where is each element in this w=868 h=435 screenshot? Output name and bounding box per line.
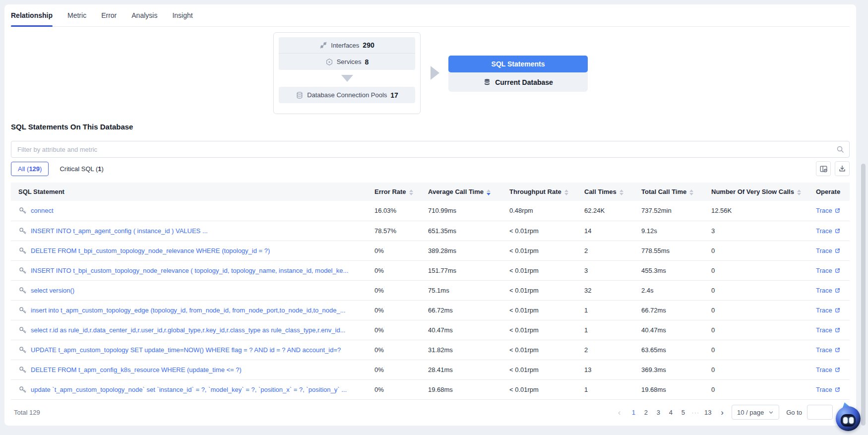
sql-statement-cell: update `t_apm_custom_topology_node` set …: [11, 379, 374, 399]
sort-icon[interactable]: [797, 189, 801, 195]
col-call-times[interactable]: Call Times: [584, 183, 641, 201]
error-rate-cell: 0%: [374, 280, 428, 300]
sort-icon[interactable]: [564, 189, 568, 195]
average-call-time-cell: 389.28ms: [428, 241, 509, 260]
column-settings-button[interactable]: [816, 161, 831, 176]
trace-link[interactable]: Trace: [816, 247, 841, 254]
average-call-time-cell: 66.72ms: [428, 300, 509, 320]
col-throughput-rate[interactable]: Throughput Rate: [509, 183, 584, 201]
pagination: ‹ 12345···13 › 10 / page Go to: [617, 405, 833, 420]
sql-statement-cell: insert into t_apm_custom_topology_edge (…: [11, 300, 374, 320]
col-error-rate[interactable]: Error Rate: [374, 183, 428, 201]
page-size-value: 10 / page: [737, 409, 764, 416]
very-slow-calls-cell: 3: [711, 221, 816, 241]
node-interfaces[interactable]: Interfaces 290: [279, 37, 415, 54]
trace-link[interactable]: Trace: [816, 287, 841, 294]
col-average-call-time[interactable]: Average Call Time: [428, 183, 509, 201]
node-database-connection-pools[interactable]: Database Connection Pools 17: [279, 87, 415, 103]
very-slow-calls-cell: 0: [711, 260, 816, 280]
sort-icon[interactable]: [689, 189, 693, 195]
operate-cell: Trace: [816, 300, 850, 320]
key-icon: [18, 227, 27, 235]
table-row: connect16.03%710.99ms0.48rpm62.24K737.52…: [11, 201, 850, 221]
page-number-button[interactable]: 5: [678, 409, 688, 416]
trace-link[interactable]: Trace: [816, 207, 841, 214]
main-panel: Relationship Metric Error Analysis Insig…: [4, 4, 856, 426]
sql-statement-cell: DELETE FROM t_apm_config_k8s_resource WH…: [11, 360, 374, 379]
external-link-icon: [834, 347, 841, 353]
sql-statement-link[interactable]: INSERT INTO t_apm_agent_config ( instanc…: [31, 227, 208, 235]
tab-bar: Relationship Metric Error Analysis Insig…: [11, 4, 850, 27]
sql-statement-link[interactable]: select r.id as rule_id,r.data_center_id,…: [31, 326, 345, 334]
sql-statement-link[interactable]: insert into t_apm_custom_topology_edge (…: [31, 307, 346, 314]
throughput-rate-cell: < 0.01rpm: [509, 320, 584, 340]
error-rate-cell: 0%: [374, 320, 428, 340]
sql-statement-link[interactable]: DELETE FROM t_bpi_custom_topology_node_r…: [31, 247, 270, 254]
sort-icon[interactable]: [487, 189, 491, 195]
trace-link[interactable]: Trace: [816, 386, 841, 393]
sql-statement-link[interactable]: connect: [31, 207, 54, 214]
page-number-button[interactable]: 3: [653, 409, 663, 416]
assistant-robot-icon[interactable]: [834, 402, 863, 433]
search-icon[interactable]: [836, 145, 844, 153]
page-number-button[interactable]: 13: [703, 409, 713, 416]
table-row: UPDATE t_apm_custom_topology SET update_…: [11, 340, 850, 360]
current-database-node[interactable]: Current Database: [448, 72, 588, 92]
throughput-rate-cell: < 0.01rpm: [509, 260, 584, 280]
node-value: 8: [365, 58, 369, 66]
error-rate-cell: 0%: [374, 260, 428, 280]
sql-statement-link[interactable]: update `t_apm_custom_topology_node` set …: [31, 386, 347, 393]
trace-link[interactable]: Trace: [816, 326, 841, 334]
sql-statement-link[interactable]: select version(): [31, 287, 74, 294]
sql-statement-link[interactable]: UPDATE t_apm_custom_topology SET update_…: [31, 346, 341, 354]
trace-link[interactable]: Trace: [816, 267, 841, 274]
operate-cell: Trace: [816, 360, 850, 379]
key-icon: [18, 247, 27, 255]
tab-analysis[interactable]: Analysis: [131, 4, 157, 27]
chevron-right-icon[interactable]: ›: [720, 408, 725, 417]
operate-cell: Trace: [816, 201, 850, 221]
vertical-scrollbar-thumb[interactable]: [861, 164, 866, 426]
chevron-left-icon[interactable]: ‹: [617, 408, 622, 417]
sql-statement-cell: INSERT INTO t_bpi_custom_topology_node_r…: [11, 260, 374, 280]
sql-statement-link[interactable]: INSERT INTO t_bpi_custom_topology_node_r…: [31, 267, 348, 274]
sql-statements-node[interactable]: SQL Statements: [448, 56, 588, 72]
operate-cell: Trace: [816, 221, 850, 241]
sort-icon[interactable]: [620, 189, 623, 195]
throughput-rate-cell: < 0.01rpm: [509, 221, 584, 241]
total-call-time-cell: 9.12s: [641, 221, 711, 241]
page-number-button[interactable]: 1: [628, 409, 638, 416]
tab-label: Analysis: [131, 11, 157, 19]
call-times-cell: 14: [584, 221, 641, 241]
tab-error[interactable]: Error: [101, 4, 117, 27]
col-total-call-time[interactable]: Total Call Time: [641, 183, 711, 201]
sql-statement-link[interactable]: DELETE FROM t_apm_config_k8s_resource WH…: [31, 366, 242, 373]
page-size-select[interactable]: 10 / page: [732, 405, 779, 420]
filter-tab-all[interactable]: All (129): [11, 162, 49, 176]
external-link-icon: [834, 287, 841, 294]
call-times-cell: 32: [584, 280, 641, 300]
average-call-time-cell: 151.77ms: [428, 260, 509, 280]
throughput-rate-cell: < 0.01rpm: [509, 340, 584, 360]
robot-face: [841, 414, 856, 427]
filter-tab-critical-sql[interactable]: Critical SQL (1): [60, 165, 103, 173]
tab-label: Metric: [67, 11, 86, 19]
trace-link[interactable]: Trace: [816, 346, 841, 354]
sort-icon[interactable]: [409, 189, 413, 195]
error-rate-cell: 0%: [374, 241, 428, 260]
trace-link[interactable]: Trace: [816, 227, 841, 235]
filter-input[interactable]: [11, 141, 850, 158]
page-number-button[interactable]: 4: [666, 409, 676, 416]
very-slow-calls-cell: 0: [711, 360, 816, 379]
tab-insight[interactable]: Insight: [172, 4, 192, 27]
goto-page-input[interactable]: [807, 405, 833, 420]
very-slow-calls-cell: 0: [711, 300, 816, 320]
node-services[interactable]: Services 8: [279, 54, 415, 70]
trace-link[interactable]: Trace: [816, 307, 841, 314]
download-button[interactable]: [835, 161, 850, 176]
tab-metric[interactable]: Metric: [67, 4, 86, 27]
trace-link[interactable]: Trace: [816, 366, 841, 373]
page-number-button[interactable]: 2: [641, 409, 651, 416]
tab-relationship[interactable]: Relationship: [11, 4, 53, 27]
col-number-of-very-slow-calls[interactable]: Number Of Very Slow Calls: [711, 183, 816, 201]
